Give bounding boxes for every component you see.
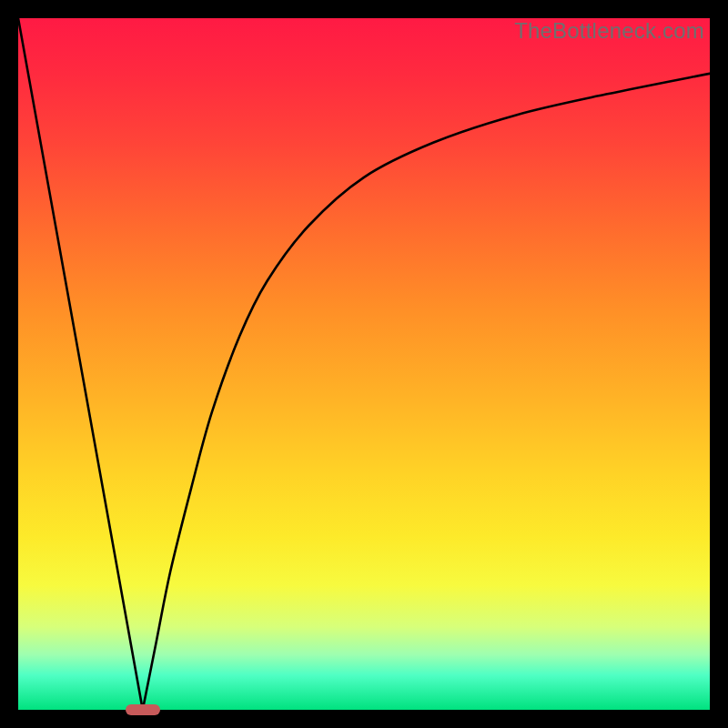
left-line-path — [18, 18, 143, 710]
chart-frame: TheBottleneck.com — [0, 0, 728, 728]
plot-area: TheBottleneck.com — [18, 18, 710, 710]
bottleneck-marker — [126, 704, 160, 715]
chart-lines — [18, 18, 710, 710]
right-curve-path — [143, 74, 710, 710]
